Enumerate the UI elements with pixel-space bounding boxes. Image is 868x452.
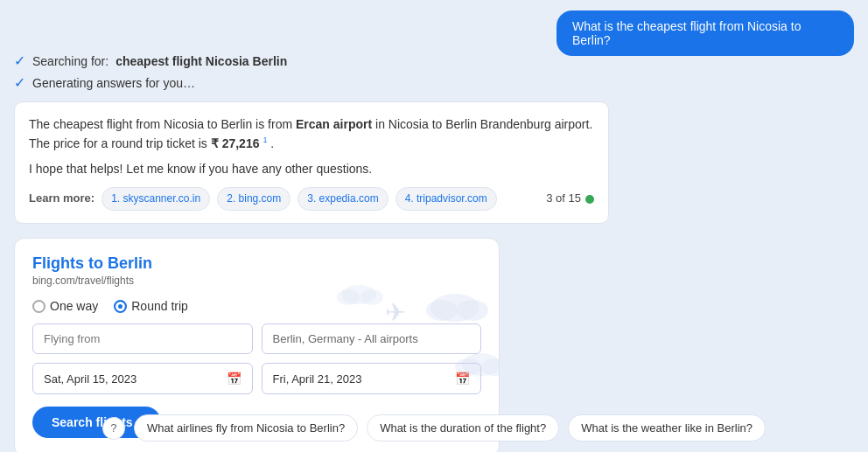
learn-more-link-3[interactable]: 3. expedia.com	[298, 187, 388, 211]
destination-input[interactable]	[262, 323, 482, 354]
page-badge: 3 of 15	[546, 190, 594, 208]
learn-more-link-1[interactable]: 1. skyscanner.co.in	[102, 187, 210, 211]
learn-more-label: Learn more:	[29, 190, 94, 208]
page-info-text: 3 of 15	[546, 190, 581, 208]
generating-text: Generating answers for you…	[32, 76, 195, 90]
suggestion-pill-3[interactable]: What is the weather like in Berlin?	[568, 414, 766, 442]
status-row-searching: ✓ Searching for: cheapest flight Nicosia…	[14, 52, 854, 69]
date-fields-row: Sat, April 15, 2023 📅 Fri, April 21, 202…	[32, 363, 481, 394]
one-way-label: One way	[50, 299, 98, 313]
learn-more-link-2[interactable]: 2. bing.com	[217, 187, 290, 211]
flying-from-input[interactable]	[32, 323, 253, 354]
suggestion-pill-2[interactable]: What is the duration of the flight?	[367, 414, 559, 442]
one-way-option[interactable]: One way	[32, 299, 98, 313]
round-trip-radio[interactable]	[114, 300, 127, 313]
user-message-bubble: What is the cheapest flight from Nicosia…	[556, 10, 854, 56]
status-row-generating: ✓ Generating answers for you…	[14, 74, 854, 91]
search-fields-row	[32, 323, 481, 354]
check-icon-searching: ✓	[14, 52, 25, 69]
info-icon[interactable]: ?	[102, 417, 125, 440]
airport-bold: Ercan airport	[296, 117, 372, 131]
learn-more-link-4[interactable]: 4. tripadvisor.com	[396, 187, 497, 211]
round-trip-label: Round trip	[131, 299, 188, 313]
depart-date-field[interactable]: Sat, April 15, 2023 📅	[32, 363, 253, 394]
searching-prefix: Searching for:	[32, 54, 108, 68]
depart-calendar-icon: 📅	[227, 372, 242, 386]
footnote-ref: 1	[262, 136, 267, 145]
answer-box: The cheapest flight from Nicosia to Berl…	[14, 101, 609, 224]
flights-card-source: bing.com/travel/flights	[32, 275, 481, 287]
answer-line1: The cheapest flight from Nicosia to Berl…	[29, 115, 594, 154]
main-container: What is the cheapest flight from Nicosia…	[0, 0, 868, 452]
svg-point-9	[481, 358, 499, 376]
searching-query: cheapest flight Nicosia Berlin	[116, 54, 287, 68]
suggestions-row: ? What airlines fly from Nicosia to Berl…	[0, 414, 868, 442]
depart-date-text: Sat, April 15, 2023	[44, 372, 136, 386]
one-way-radio[interactable]	[32, 300, 46, 313]
flights-card-title: Flights to Berlin	[32, 254, 481, 273]
trip-type-row: One way Round trip	[32, 299, 481, 313]
user-message-text: What is the cheapest flight from Nicosia…	[572, 19, 801, 47]
answer-line2: I hope that helps! Let me know if you ha…	[29, 159, 594, 178]
chat-area: ✓ Searching for: cheapest flight Nicosia…	[14, 52, 854, 452]
check-icon-generating: ✓	[14, 74, 25, 91]
price: ₹ 27,216	[211, 136, 260, 150]
return-date-text: Fri, April 21, 2023	[273, 372, 362, 386]
learn-more-row: Learn more: 1. skyscanner.co.in 2. bing.…	[29, 187, 594, 211]
page-dot-icon	[585, 195, 594, 204]
return-calendar-icon: 📅	[455, 372, 470, 386]
suggestion-pill-1[interactable]: What airlines fly from Nicosia to Berlin…	[134, 414, 358, 442]
return-date-field[interactable]: Fri, April 21, 2023 📅	[262, 363, 482, 394]
round-trip-option[interactable]: Round trip	[114, 299, 188, 313]
